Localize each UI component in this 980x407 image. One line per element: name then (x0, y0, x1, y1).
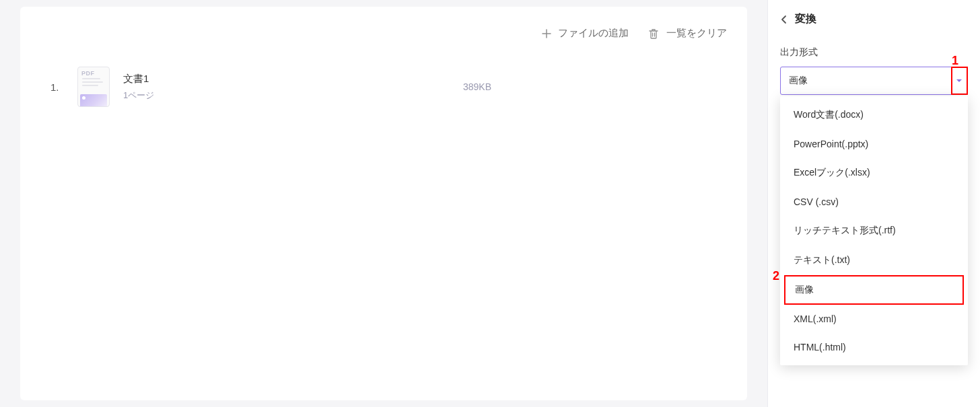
add-file-label: ファイルの追加 (558, 27, 629, 40)
option-rtf[interactable]: リッチテキスト形式(.rtf) (780, 216, 968, 246)
select-value: 画像 (789, 75, 808, 87)
file-info: 文書1 1ページ (123, 73, 154, 102)
file-toolbar: ファイルの追加 一覧をクリア (34, 13, 734, 60)
output-format-select[interactable]: 画像 (780, 67, 968, 95)
side-panel: 変換 出力形式 画像 1 Word文書(.docx) PowerPoint(.p… (767, 0, 980, 407)
panel-header: 変換 (780, 12, 968, 26)
file-thumbnail: PDF (77, 67, 110, 107)
main-area: ファイルの追加 一覧をクリア 1. PDF 文書1 (0, 0, 767, 407)
option-text[interactable]: テキスト(.txt) (780, 246, 968, 275)
option-word[interactable]: Word文書(.docx) (780, 100, 968, 130)
add-file-button[interactable]: ファイルの追加 (542, 27, 629, 40)
file-row[interactable]: 1. PDF 文書1 1ページ 389KB (34, 60, 734, 114)
trash-icon (648, 28, 660, 40)
option-powerpoint[interactable]: PowerPoint(.pptx) (780, 130, 968, 158)
annotation-box-1 (951, 67, 968, 95)
back-button[interactable] (780, 15, 787, 24)
option-xml[interactable]: XML(.xml) (780, 305, 968, 333)
plus-icon (542, 29, 551, 38)
option-excel[interactable]: Excelブック(.xlsx) (780, 158, 968, 188)
panel-title: 変換 (795, 12, 816, 26)
output-format-dropdown: Word文書(.docx) PowerPoint(.pptx) Excelブック… (780, 96, 968, 365)
file-index: 1. (50, 81, 64, 93)
option-csv[interactable]: CSV (.csv) (780, 188, 968, 216)
clear-list-label: 一覧をクリア (666, 27, 727, 40)
option-image[interactable]: 画像 (784, 275, 964, 305)
file-list-panel: ファイルの追加 一覧をクリア 1. PDF 文書1 (20, 7, 747, 400)
clear-list-button[interactable]: 一覧をクリア (648, 27, 727, 40)
output-format-label: 出力形式 (780, 46, 968, 59)
file-type-badge: PDF (78, 67, 109, 78)
chevron-left-icon (780, 15, 787, 24)
annotation-marker-2: 2 (773, 269, 779, 283)
file-pages: 1ページ (123, 89, 154, 102)
file-name: 文書1 (123, 73, 154, 85)
file-size: 389KB (463, 81, 491, 92)
option-html[interactable]: HTML(.html) (780, 333, 968, 361)
